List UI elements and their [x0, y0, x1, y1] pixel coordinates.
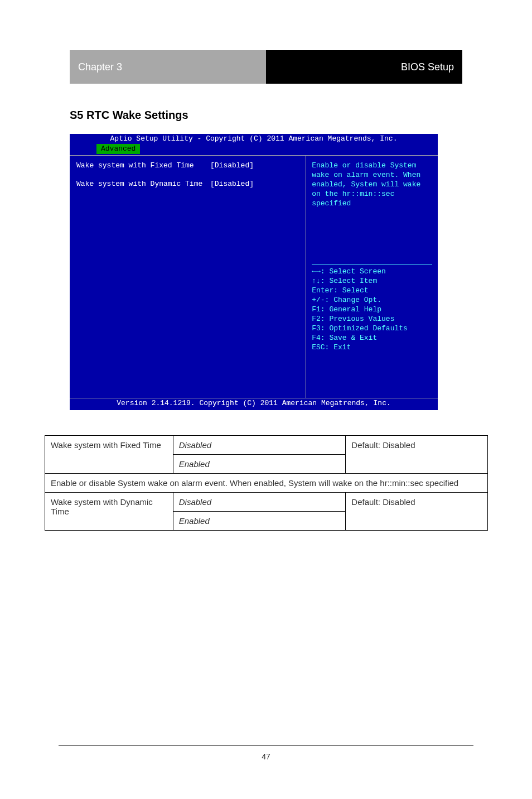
keyhelp-line: Enter: Select	[312, 286, 432, 296]
page-header: Chapter 3 BIOS Setup	[70, 50, 462, 84]
bios-help-text: Enable or disable System wake on alarm e…	[312, 161, 432, 208]
table-cell-default: Default: Disabled	[346, 436, 488, 474]
bios-divider	[312, 264, 432, 264]
keyhelp-line: F4: Save & Exit	[312, 334, 432, 343]
bios-row-wake-fixed[interactable]: Wake system with Fixed Time [Disabled]	[76, 161, 299, 170]
bios-tabs: Advanced	[70, 144, 438, 155]
table-row: Wake system with Fixed Time Disabled Def…	[45, 436, 488, 455]
header-left: Chapter 3	[70, 50, 266, 84]
page-number: 47	[262, 752, 270, 761]
keyhelp-line: ←→: Select Screen	[312, 267, 432, 277]
table-cell-default: Default: Disabled	[346, 493, 488, 531]
table-cell-value: Enabled	[173, 512, 346, 531]
bios-row-wake-dynamic[interactable]: Wake system with Dynamic Time [Disabled]	[76, 180, 299, 188]
table-row: Enable or disable System wake on alarm e…	[45, 474, 488, 493]
bios-key-help: ←→: Select Screen ↑↓: Select Item Enter:…	[312, 267, 432, 352]
keyhelp-line: +/-: Change Opt.	[312, 296, 432, 305]
bios-footer: Version 2.14.1219. Copyright (C) 2011 Am…	[70, 398, 438, 408]
table-cell-option: Wake system with Dynamic Time	[45, 493, 173, 531]
bios-screenshot: Aptio Setup Utility - Copyright (C) 2011…	[70, 134, 438, 410]
table-cell-value: Disabled	[173, 436, 346, 455]
page-divider	[59, 745, 473, 746]
bios-label: Wake system with Fixed Time	[76, 161, 210, 170]
bios-title-bar: Aptio Setup Utility - Copyright (C) 2011…	[70, 134, 438, 144]
description-table: Wake system with Fixed Time Disabled Def…	[45, 435, 488, 531]
keyhelp-line: F2: Previous Values	[312, 315, 432, 324]
bios-right-panel: Enable or disable System wake on alarm e…	[306, 156, 438, 398]
table-cell-option: Wake system with Fixed Time	[45, 436, 173, 474]
bios-value: [Disabled]	[210, 161, 254, 170]
keyhelp-line: F3: Optimized Defaults	[312, 324, 432, 334]
table-cell-value: Enabled	[173, 455, 346, 474]
bios-value: [Disabled]	[210, 180, 254, 188]
header-right: BIOS Setup	[266, 50, 462, 84]
table-cell-description: Enable or disable System wake on alarm e…	[45, 474, 488, 493]
keyhelp-line: ESC: Exit	[312, 343, 432, 353]
table-cell-value: Disabled	[173, 493, 346, 512]
bios-label: Wake system with Dynamic Time	[76, 180, 210, 188]
bios-content: Wake system with Fixed Time [Disabled] W…	[70, 155, 438, 398]
bios-left-panel: Wake system with Fixed Time [Disabled] W…	[70, 156, 306, 398]
keyhelp-line: ↑↓: Select Item	[312, 277, 432, 286]
table-row: Wake system with Dynamic Time Disabled D…	[45, 493, 488, 512]
bios-tab-advanced[interactable]: Advanced	[96, 144, 140, 154]
keyhelp-line: F1: General Help	[312, 305, 432, 315]
section-title: S5 RTC Wake Settings	[70, 109, 188, 122]
